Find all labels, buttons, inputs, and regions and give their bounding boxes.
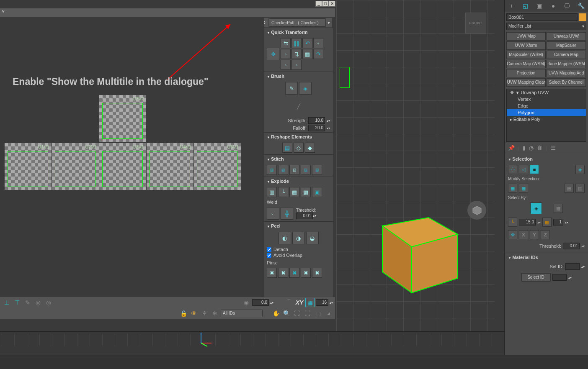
timeline[interactable]: [0, 331, 504, 353]
stitch1-icon[interactable]: ⧈: [267, 165, 277, 175]
strength-input[interactable]: 10.0: [308, 117, 325, 124]
brush-tool-icon[interactable]: ✎: [23, 298, 32, 307]
material-arrow-button[interactable]: ▾: [326, 18, 332, 27]
target1-icon[interactable]: ◎: [34, 298, 43, 307]
eye-icon[interactable]: 👁: [189, 309, 199, 318]
zoom-extents-icon[interactable]: ⛶: [303, 309, 312, 318]
stitch2-icon[interactable]: ⧈: [278, 165, 288, 175]
paint-brush-icon[interactable]: ✎: [285, 82, 298, 95]
tile-count-input[interactable]: 16: [316, 299, 328, 306]
sg-input[interactable]: 1: [553, 219, 563, 226]
pin5-icon[interactable]: ✖: [312, 268, 322, 278]
planar2-icon[interactable]: ✥: [508, 230, 517, 239]
exp5-icon[interactable]: ▣: [312, 187, 322, 197]
align-v-icon[interactable]: ⇅: [291, 49, 302, 59]
hand-icon[interactable]: ✋: [271, 309, 281, 318]
uv-tile[interactable]: U4V1: [147, 143, 193, 190]
matid-select-icon[interactable]: ▦: [554, 204, 563, 213]
uv-tile[interactable]: U3V1: [99, 143, 146, 190]
peel3-icon[interactable]: ◒: [306, 232, 319, 244]
pin-stack-icon[interactable]: 📌: [508, 145, 515, 151]
pin3-icon[interactable]: ✖: [289, 268, 299, 278]
peel-header[interactable]: Peel: [264, 222, 333, 230]
peel2-icon[interactable]: ◑: [292, 232, 305, 244]
uv-tile[interactable]: U5V1: [194, 143, 241, 190]
shrink-icon[interactable]: ▦: [519, 184, 528, 193]
viewcube-front[interactable]: FRONT: [465, 13, 486, 33]
pin4-icon[interactable]: ✖: [301, 268, 311, 278]
modifier-button[interactable]: Camera Map: [547, 51, 586, 59]
modifier-button[interactable]: Unwrap UVW: [547, 32, 586, 41]
quick-transform-header[interactable]: Quick Transform: [264, 28, 333, 36]
align-h-icon[interactable]: ⇆: [281, 38, 291, 48]
weld-target-icon[interactable]: ﹅: [267, 207, 279, 220]
x-button[interactable]: X: [519, 230, 528, 239]
y-button[interactable]: Y: [530, 230, 539, 239]
modifier-button[interactable]: Camera Map (WSM): [506, 60, 546, 68]
z-button[interactable]: Z: [541, 230, 550, 239]
modifier-button[interactable]: MapScaler (WSM): [506, 51, 546, 59]
modifier-button[interactable]: UVW Mapping Clear: [506, 78, 546, 87]
pin2-icon[interactable]: ✖: [278, 268, 288, 278]
modifier-button[interactable]: MapScaler: [547, 41, 586, 50]
stitch5-icon[interactable]: ⧈: [312, 165, 322, 175]
stack-unwrap[interactable]: Unwrap UVW: [507, 89, 586, 96]
uv-tile[interactable]: U2V1: [52, 143, 99, 190]
uv-tile[interactable]: U1V1: [5, 143, 52, 190]
target2-icon[interactable]: ◎: [44, 298, 53, 307]
sub-edge-button[interactable]: ◁: [519, 165, 528, 174]
uv-face[interactable]: [55, 151, 95, 187]
straighten-icon[interactable]: ▤: [282, 143, 292, 153]
configure-icon[interactable]: ☰: [551, 145, 556, 151]
uv-face[interactable]: [197, 151, 237, 187]
ids-dropdown[interactable]: All IDs: [221, 310, 263, 317]
maximize-button[interactable]: □: [322, 1, 329, 7]
uv-face[interactable]: [102, 103, 143, 139]
soft-sel-input[interactable]: 0.0: [252, 299, 269, 306]
planar-select-icon[interactable]: ◈: [530, 202, 542, 214]
rotate-cw-icon[interactable]: ↷: [313, 49, 323, 59]
falloff-shape-icon[interactable]: ◉: [242, 298, 251, 307]
close-button[interactable]: ✕: [329, 1, 335, 7]
ring-icon[interactable]: ▥: [575, 184, 585, 193]
detach-checkbox[interactable]: [267, 247, 271, 252]
zoom-region-icon[interactable]: ⛶: [292, 309, 302, 318]
exp4-icon[interactable]: ▩: [301, 187, 311, 197]
mirror-h-icon[interactable]: ⊥: [2, 298, 11, 307]
avoid-overlap-checkbox[interactable]: [267, 253, 271, 258]
display-tab[interactable]: 🖵: [560, 0, 574, 12]
explode-header[interactable]: Explode: [264, 177, 333, 185]
modifier-stack[interactable]: Unwrap UVW Vertex Edge Polygon Editable …: [506, 89, 586, 142]
matids-rollout-header[interactable]: Material IDs: [505, 253, 588, 261]
stitch4-icon[interactable]: ⧈: [301, 165, 311, 175]
grid-icon[interactable]: ▦: [302, 49, 312, 59]
falloff-input[interactable]: 20.0: [308, 125, 325, 131]
stack-editable-poly[interactable]: Editable Poly: [507, 116, 586, 123]
object-name-input[interactable]: [506, 13, 578, 21]
stitch-header[interactable]: Stitch: [264, 155, 333, 163]
mirror-v-icon[interactable]: ⊤: [13, 298, 22, 307]
object-color-swatch[interactable]: [579, 13, 586, 21]
modifier-button[interactable]: UVW Map: [506, 32, 546, 41]
angle-input[interactable]: 15.0: [519, 219, 536, 226]
reshape-header[interactable]: Reshape Elements: [264, 133, 333, 141]
brush-header[interactable]: Brush: [264, 72, 333, 80]
selection-rollout-header[interactable]: Selection: [505, 155, 588, 163]
flow1-icon[interactable]: ⚘: [200, 309, 209, 318]
bars-icon[interactable]: ‖‖: [291, 38, 302, 48]
curve-icon[interactable]: ⌒: [284, 298, 294, 307]
relax-brush-icon[interactable]: ◈: [299, 82, 312, 95]
peel1-icon[interactable]: ◐: [279, 232, 291, 244]
move-icon[interactable]: ✥: [267, 48, 279, 60]
uv-tile[interactable]: U3V2: [99, 95, 146, 142]
uv-editor-canvas[interactable]: Enable "Show the Multitile in the dialog…: [0, 18, 264, 297]
relax-e-icon[interactable]: ◇: [294, 143, 304, 153]
timeline-track[interactable]: [2, 333, 503, 346]
trash-icon[interactable]: 🗑: [537, 145, 542, 151]
hierarchy-tab[interactable]: ▣: [532, 0, 546, 12]
pin1-icon[interactable]: ✖: [267, 268, 277, 278]
modify-tab[interactable]: ◱: [518, 0, 532, 12]
modifier-button[interactable]: rface Mapper (WSM: [547, 60, 586, 68]
modifier-button[interactable]: UVW Xform: [506, 41, 546, 50]
modifier-button[interactable]: Projection: [506, 69, 546, 77]
